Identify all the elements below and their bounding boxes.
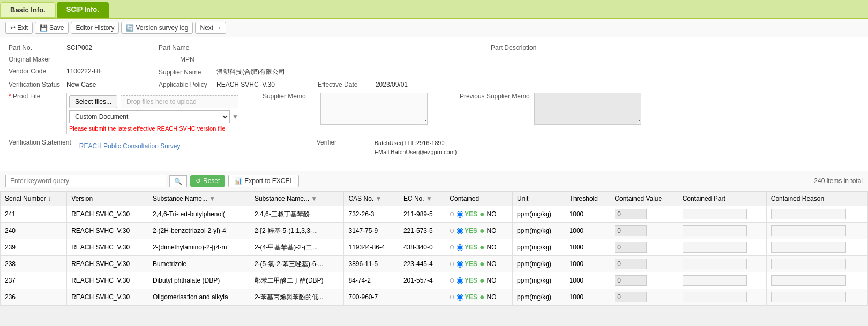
col-contained-value: Contained Value xyxy=(610,192,678,206)
col-serial: Serial Number ↓ xyxy=(1,192,67,206)
contained-yes-radio[interactable] xyxy=(457,294,463,301)
part-description-field: Part Description xyxy=(491,44,598,51)
contained-yes-radio[interactable] xyxy=(457,277,463,284)
contained-part-input[interactable] xyxy=(683,259,747,269)
contained-yes-radio[interactable] xyxy=(457,228,463,234)
search-button[interactable]: 🔍 xyxy=(169,175,187,187)
yes-text: YES xyxy=(465,293,477,301)
cell-version: REACH SVHC_V.30 xyxy=(67,223,148,239)
contained-yes-radio[interactable] xyxy=(457,211,463,218)
table-row: 236REACH SVHC_V.30Oligomerisation and al… xyxy=(1,289,868,306)
contained-reason-input[interactable] xyxy=(771,242,846,253)
version-survey-log-button[interactable]: 🔄 Version survey log xyxy=(121,22,193,34)
tab-bar: Basic Info. SCIP Info. xyxy=(0,0,868,19)
supplier-name-value: 溫塑科技(合肥)有限公司 xyxy=(216,67,285,77)
cell-contained-reason[interactable] xyxy=(766,289,867,306)
cell-contained-value[interactable] xyxy=(610,289,678,306)
cell-ec-no: 223-445-4 xyxy=(399,256,445,272)
form-area: Part No. SCIP002 Part Name Part Descript… xyxy=(0,37,868,171)
cell-substance-cn: 鄰苯二甲酸二丁酯(DBP) xyxy=(250,272,344,289)
applicable-policy-field: Applicable Policy REACH SVHC_V.30 xyxy=(159,81,275,88)
no-text: NO xyxy=(487,244,497,251)
contained-yes-radio[interactable] xyxy=(457,244,463,251)
cell-contained-value[interactable] xyxy=(610,223,678,239)
cell-ec-no: 201-557-4 xyxy=(399,272,445,289)
cell-substance-en: Dibutyl phthalate (DBP) xyxy=(148,272,250,289)
required-star: * xyxy=(9,93,11,100)
contained-part-input[interactable] xyxy=(683,275,747,286)
editor-history-button[interactable]: Editor History xyxy=(71,22,119,34)
part-name-label: Part Name xyxy=(159,44,212,51)
filter-icon-ec[interactable]: ▼ xyxy=(426,195,432,202)
cell-contained-value[interactable] xyxy=(610,206,678,223)
cell-contained-part[interactable] xyxy=(678,223,766,239)
contained-value-input[interactable] xyxy=(615,225,647,236)
excel-icon: 📊 xyxy=(234,177,242,185)
save-icon: 💾 xyxy=(40,24,48,32)
cell-substance-cn: 2-(5-氯-2-苯三唑基)-6-... xyxy=(250,256,344,272)
contained-reason-input[interactable] xyxy=(771,292,846,302)
drop-zone[interactable]: Drop files here to upload xyxy=(121,95,238,108)
contained-reason-input[interactable] xyxy=(771,209,846,219)
form-row-4: Verification Status New Case Applicable … xyxy=(9,81,859,88)
contained-reason-input[interactable] xyxy=(771,275,846,286)
save-button[interactable]: 💾 Save xyxy=(35,22,69,34)
applicable-policy-label: Applicable Policy xyxy=(159,81,212,88)
contained-part-input[interactable] xyxy=(683,242,747,253)
col-contained-reason: Contained Reason xyxy=(766,192,867,206)
export-excel-button[interactable]: 📊 Export to EXCEL xyxy=(228,175,299,187)
filter-icon-cas[interactable]: ▼ xyxy=(375,195,381,202)
effective-date-label: Effective Date xyxy=(318,81,371,88)
cell-contained-part[interactable] xyxy=(678,289,766,306)
cell-contained-reason[interactable] xyxy=(766,223,867,239)
select-files-button[interactable]: Select files... xyxy=(69,95,117,108)
contained-value-input[interactable] xyxy=(615,292,647,302)
cell-contained-part[interactable] xyxy=(678,206,766,223)
cell-contained-reason[interactable] xyxy=(766,256,867,272)
form-row-2: Original Maker MPN xyxy=(9,56,859,63)
cell-contained: O YES ● NO xyxy=(445,223,513,239)
tab-scip-info[interactable]: SCIP Info. xyxy=(57,2,109,18)
cell-contained-reason[interactable] xyxy=(766,272,867,289)
applicable-policy-value: REACH SVHC_V.30 xyxy=(216,81,275,88)
contained-value-input[interactable] xyxy=(615,209,647,219)
cell-substance-en: Oligomerisation and alkyla xyxy=(148,289,250,306)
sort-down-icon[interactable]: ↓ xyxy=(48,195,51,202)
reset-button[interactable]: ↺ Reset xyxy=(190,175,225,187)
contained-part-input[interactable] xyxy=(683,225,747,236)
contained-reason-input[interactable] xyxy=(771,259,846,269)
custom-document-select[interactable]: Custom Document xyxy=(69,110,230,123)
contained-o-label: O xyxy=(450,228,454,234)
contained-value-input[interactable] xyxy=(615,275,647,286)
contained-part-input[interactable] xyxy=(683,209,747,219)
cell-contained-part[interactable] xyxy=(678,272,766,289)
cell-contained-value[interactable] xyxy=(610,272,678,289)
cell-contained-reason[interactable] xyxy=(766,206,867,223)
data-table: Serial Number ↓ Version Substance Name..… xyxy=(0,191,868,306)
cell-contained-value[interactable] xyxy=(610,239,678,256)
filter-icon-substance-en[interactable]: ▼ xyxy=(209,195,215,202)
upload-area: Select files... Drop files here to uploa… xyxy=(66,93,241,134)
cell-substance-cn: 2-苯基丙烯與苯酚的低... xyxy=(250,289,344,306)
cell-contained-value[interactable] xyxy=(610,256,678,272)
filter-icon-substance-cn[interactable]: ▼ xyxy=(311,195,317,202)
tab-basic-info[interactable]: Basic Info. xyxy=(0,2,56,18)
no-text: NO xyxy=(487,227,497,234)
cell-contained-part[interactable] xyxy=(678,239,766,256)
contained-part-input[interactable] xyxy=(683,292,747,302)
cell-contained-reason[interactable] xyxy=(766,239,867,256)
dot-icon: ● xyxy=(480,259,485,269)
cell-contained-part[interactable] xyxy=(678,256,766,272)
contained-yes-radio[interactable] xyxy=(457,261,463,268)
exit-button[interactable]: ↩ Exit xyxy=(5,22,33,34)
next-button[interactable]: Next → xyxy=(195,22,226,34)
supplier-memo-box[interactable] xyxy=(320,93,428,125)
contained-value-input[interactable] xyxy=(615,242,647,253)
search-input[interactable] xyxy=(5,175,166,187)
dot-icon: ● xyxy=(480,276,485,285)
contained-yes-label: YES xyxy=(457,244,477,251)
verification-statement-box[interactable]: REACH Public Consultation Survey xyxy=(76,139,263,160)
contained-value-input[interactable] xyxy=(615,259,647,269)
contained-reason-input[interactable] xyxy=(771,225,846,236)
cell-ec-no: 438-340-0 xyxy=(399,239,445,256)
